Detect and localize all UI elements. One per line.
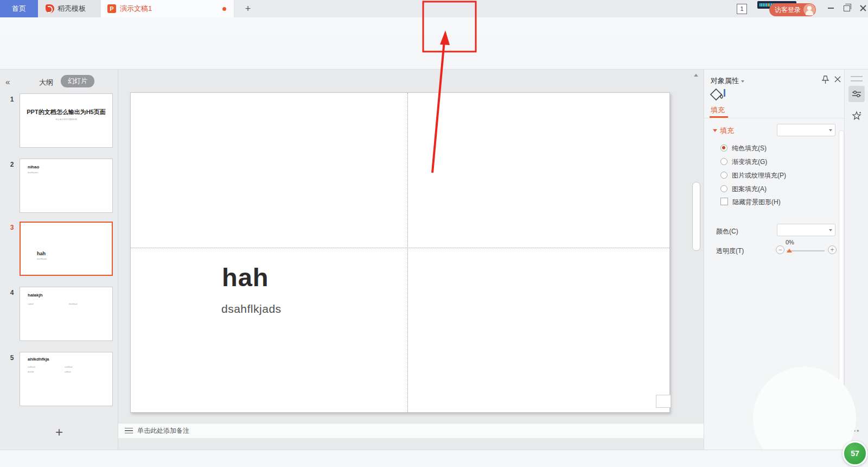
title-bar: 首页 稻壳模板 P 演示文稿1 + 1 访客登录 bbox=[0, 0, 868, 17]
radio-off-icon bbox=[720, 172, 727, 179]
radio-off-icon bbox=[720, 158, 727, 165]
tab-docer-templates[interactable]: 稻壳模板 bbox=[38, 0, 101, 17]
panel-drag-handle[interactable] bbox=[851, 76, 863, 81]
slide-thumbnail-5[interactable]: ahlkdhfkja asdfkjad dsahfkl aakfjlkad as… bbox=[20, 352, 113, 406]
effects-strip-button[interactable] bbox=[848, 108, 865, 124]
ppt-file-icon: P bbox=[107, 4, 116, 13]
color-dropdown[interactable] bbox=[777, 224, 835, 236]
guest-login-button[interactable]: 访客登录 bbox=[769, 3, 816, 16]
collapse-sidebar-button[interactable]: « bbox=[5, 77, 10, 86]
properties-strip-button[interactable] bbox=[848, 86, 865, 102]
radio-gradient-fill[interactable]: 渐变填充(G) bbox=[720, 157, 767, 167]
status-bar: 幻灯片 3 / 5 Office 主题 一键美化 79% − bbox=[0, 450, 868, 467]
vertical-scrollbar-thumb[interactable] bbox=[692, 182, 700, 251]
slide-canvas-area: hah dsahflkjads bbox=[118, 70, 704, 423]
transparency-slider-marker[interactable] bbox=[787, 249, 792, 253]
fill-tab[interactable]: 填充 bbox=[711, 105, 725, 115]
sparkle-star-icon bbox=[852, 111, 861, 121]
thumb4-title: halakjh bbox=[28, 293, 112, 298]
tab-home[interactable]: 首页 bbox=[0, 0, 38, 17]
radio-off-icon bbox=[720, 185, 727, 192]
thumb5-sub-2: dsahfkl bbox=[28, 370, 34, 373]
fill-bucket-icon bbox=[710, 88, 726, 102]
slide-corner-placeholder[interactable] bbox=[656, 395, 671, 408]
thumb5-title: ahlkdhfkja bbox=[28, 357, 112, 362]
slide-body-text[interactable]: dsahflkjads bbox=[221, 302, 282, 315]
guest-login-label: 访客登录 bbox=[775, 5, 801, 15]
slide-number: 2 bbox=[8, 161, 16, 168]
transparency-value: 0% bbox=[786, 239, 794, 245]
radio-pattern-fill[interactable]: 图案填充(A) bbox=[720, 185, 767, 194]
tab-docer-label: 稻壳模板 bbox=[58, 4, 86, 14]
add-slide-button[interactable]: + bbox=[0, 421, 118, 443]
notes-icon bbox=[125, 428, 133, 434]
avatar bbox=[803, 4, 815, 16]
slide-number-selected: 3 bbox=[8, 224, 16, 231]
thumb1-sub: 单击输入您的封面副标题 bbox=[25, 118, 108, 121]
sliders-icon bbox=[852, 90, 861, 98]
minimize-button[interactable] bbox=[822, 0, 839, 16]
slide-thumbnail-2[interactable]: nihao dsahfkjadas bbox=[20, 159, 113, 213]
tab-slides[interactable]: 幻灯片 bbox=[61, 75, 94, 87]
restore-button[interactable] bbox=[839, 0, 855, 16]
thumb2-sub: dsahfkjadas bbox=[28, 171, 104, 174]
notes-placeholder: 单击此处添加备注 bbox=[137, 426, 189, 436]
slide-number: 5 bbox=[8, 354, 16, 362]
menu-bar: 文件 开始 插入 设计 切换 动画 幻灯片放映 审阅 视图 开发工具 特色功能 bbox=[0, 17, 868, 35]
thumb5-sub-3: aakfjlkad bbox=[65, 365, 72, 368]
slide-number: 1 bbox=[8, 96, 16, 103]
radio-on-icon bbox=[720, 144, 727, 152]
fill-preset-dropdown[interactable] bbox=[777, 124, 835, 136]
radio-solid-fill[interactable]: 纯色填充(S) bbox=[720, 144, 767, 153]
slide-thumbnail-3-selected[interactable]: hah dsahflkjads bbox=[20, 222, 113, 276]
panel-scrollbar[interactable] bbox=[839, 130, 844, 387]
panel-divider bbox=[704, 118, 844, 118]
slide-editing-surface[interactable]: hah dsahflkjads bbox=[130, 92, 670, 413]
tab-document[interactable]: P 演示文稿1 bbox=[101, 0, 234, 17]
transparency-label: 透明度(T) bbox=[716, 247, 744, 256]
ribbon-toolbar: 粘贴 剪切 复制 格式刷 从当前开始 bbox=[0, 35, 868, 70]
checkbox-icon bbox=[720, 198, 728, 205]
tab-outline[interactable]: 大纲 bbox=[39, 78, 53, 87]
vertical-guide-line bbox=[407, 93, 408, 412]
score-badge[interactable]: 57 bbox=[843, 441, 867, 466]
slide-thumbnail-4[interactable]: halakjh asjdad dsahfkjad bbox=[20, 287, 113, 341]
thumb4-sub-left: asjdad bbox=[28, 302, 34, 305]
thumb1-title: PPT的文档怎么输出为H5页面 bbox=[20, 108, 112, 116]
slide-number: 4 bbox=[8, 289, 16, 296]
checkbox-hide-background[interactable]: 隐藏背景图形(H) bbox=[720, 198, 781, 207]
scrollbar-up-arrow[interactable] bbox=[694, 74, 698, 77]
pin-icon[interactable] bbox=[821, 75, 829, 84]
panel-title[interactable]: 对象属性 bbox=[711, 76, 744, 86]
horizontal-guide-line bbox=[131, 248, 669, 248]
close-button[interactable] bbox=[855, 0, 868, 16]
window-count-badge[interactable]: 1 bbox=[737, 4, 747, 14]
new-tab-button[interactable]: + bbox=[241, 2, 255, 15]
notes-bar[interactable]: 单击此处添加备注 bbox=[118, 423, 704, 438]
thumb5-sub-4: asfklad bbox=[65, 370, 71, 373]
tab-document-label: 演示文稿1 bbox=[120, 4, 152, 14]
slide-thumbnail-1[interactable]: PPT的文档怎么输出为H5页面 单击输入您的封面副标题 bbox=[20, 93, 113, 148]
thumb2-title: nihao bbox=[28, 165, 112, 169]
unsaved-dot-icon bbox=[222, 7, 226, 11]
section-expanded-icon bbox=[713, 129, 717, 132]
transparency-slider[interactable] bbox=[787, 250, 825, 251]
fill-section-header[interactable]: 填充 bbox=[713, 126, 734, 136]
transparency-plus-button[interactable]: + bbox=[828, 245, 837, 254]
thumb5-sub-1: asdfkjad bbox=[28, 365, 35, 368]
close-panel-icon[interactable] bbox=[834, 76, 841, 83]
slide-title-text[interactable]: hah bbox=[222, 262, 269, 292]
color-label: 颜色(C) bbox=[716, 227, 738, 236]
radio-picture-texture-fill[interactable]: 图片或纹理填充(P) bbox=[720, 171, 786, 180]
thumb3-title: hah bbox=[37, 251, 112, 256]
transparency-minus-button[interactable]: − bbox=[776, 245, 784, 254]
thumb3-sub: dsahflkjads bbox=[37, 257, 104, 260]
thumb4-sub-right: dsahfkjad bbox=[69, 302, 77, 305]
docer-icon bbox=[46, 4, 54, 13]
